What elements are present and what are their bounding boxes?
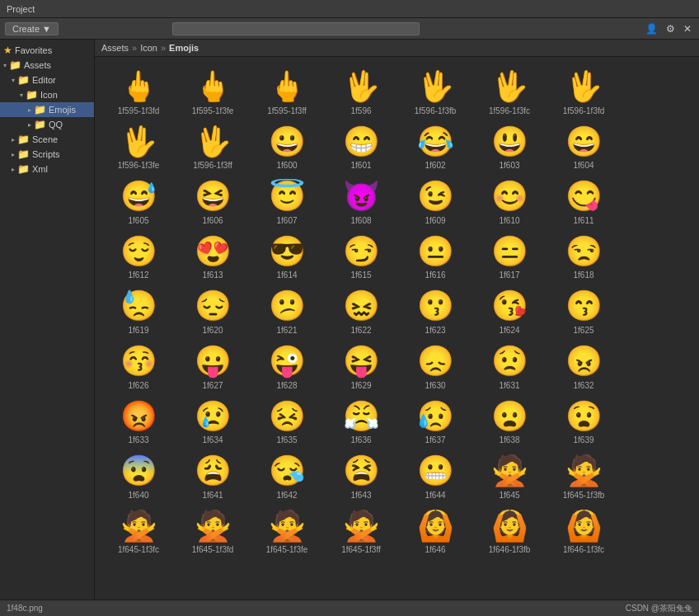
- emoji-item[interactable]: 😍1f613: [176, 228, 250, 284]
- emoji-item[interactable]: 😅1f605: [101, 173, 176, 228]
- emoji-item[interactable]: 😎1f614: [250, 228, 324, 284]
- sidebar-item-scene[interactable]: ▸📁Scene: [0, 132, 94, 147]
- sidebar-tree: ▾📁Assets▾📁Editor▾📁Icon▸📁Emojis▸📁QQ▸📁Scen…: [0, 58, 94, 176]
- emoji-item[interactable]: 😦1f638: [472, 393, 547, 449]
- sidebar-item-favorites[interactable]: ★ Favorites: [0, 43, 94, 58]
- sidebar-item-icon[interactable]: ▾📁Icon: [0, 87, 94, 102]
- emoji-item[interactable]: 😖1f622: [324, 283, 398, 338]
- emoji-char: 😄: [565, 125, 603, 158]
- toolbar-icons: 👤 ⚙ ✕: [643, 22, 694, 35]
- breadcrumb-part-0[interactable]: Assets: [101, 43, 129, 53]
- close-icon[interactable]: ✕: [681, 22, 694, 35]
- emoji-item[interactable]: 😐1f616: [398, 228, 472, 284]
- sidebar-label: Scripts: [32, 149, 60, 159]
- emoji-char: 🖕: [195, 70, 232, 103]
- emoji-item[interactable]: 😊1f610: [472, 173, 547, 228]
- emoji-item[interactable]: 😔1f620: [176, 283, 250, 338]
- emoji-item[interactable]: 🙅1f645-1f3ff: [324, 503, 398, 558]
- emoji-item[interactable]: 🖕1f595-1f3fd: [101, 63, 176, 119]
- emoji-item[interactable]: 😚1f626: [101, 338, 176, 393]
- emoji-item[interactable]: 😬1f644: [398, 448, 472, 503]
- emoji-item[interactable]: 🖕1f595-1f3ff: [250, 63, 324, 119]
- emoji-label: 1f621: [276, 326, 297, 335]
- emoji-item[interactable]: 🙅1f645-1f3fe: [250, 503, 324, 558]
- emoji-char: 😒: [565, 235, 603, 268]
- emoji-item[interactable]: 😞1f630: [398, 338, 472, 393]
- emoji-item[interactable]: 🖕1f595-1f3fe: [176, 63, 250, 119]
- emoji-char: 😓: [120, 289, 157, 322]
- emoji-char: 😋: [565, 180, 603, 213]
- emoji-item[interactable]: 🙅1f645-1f3fd: [176, 503, 250, 558]
- emoji-item[interactable]: 🖖1f596-1f3ff: [176, 119, 250, 174]
- emoji-item[interactable]: 😋1f611: [547, 173, 621, 228]
- emoji-item[interactable]: 😜1f628: [250, 338, 324, 393]
- emoji-item[interactable]: 😈1f608: [324, 173, 398, 228]
- emoji-item[interactable]: 😄1f604: [547, 119, 621, 174]
- emoji-item[interactable]: 🖖1f596-1f3fe: [101, 119, 176, 174]
- emoji-item[interactable]: 😢1f634: [176, 393, 250, 449]
- emoji-char: 😦: [491, 400, 528, 433]
- arrow-icon: ▾: [20, 92, 23, 99]
- emoji-item[interactable]: 🙅1f645-1f3fc: [101, 503, 176, 558]
- emoji-label: 1f606: [202, 216, 223, 225]
- emoji-item[interactable]: 😛1f627: [176, 338, 250, 393]
- sidebar-item-scripts[interactable]: ▸📁Scripts: [0, 147, 94, 162]
- settings-icon[interactable]: ⚙: [664, 22, 678, 35]
- emoji-item[interactable]: 🖖1f596: [324, 63, 398, 119]
- account-icon[interactable]: 👤: [643, 22, 660, 35]
- emoji-item[interactable]: 😧1f639: [547, 393, 621, 449]
- emoji-item[interactable]: 😟1f631: [472, 338, 547, 393]
- emoji-item[interactable]: 😉1f609: [398, 173, 472, 228]
- emoji-item[interactable]: 😂1f602: [398, 119, 472, 174]
- emoji-item[interactable]: 😆1f606: [176, 173, 250, 228]
- emoji-item[interactable]: 🙆1f646: [398, 503, 472, 558]
- emoji-item[interactable]: 😒1f618: [547, 228, 621, 284]
- emoji-item[interactable]: 😥1f637: [398, 393, 472, 449]
- search-input[interactable]: [172, 22, 420, 35]
- sidebar-item-xml[interactable]: ▸📁Xml: [0, 162, 94, 176]
- sidebar-item-editor[interactable]: ▾📁Editor: [0, 73, 94, 87]
- sidebar-item-qq[interactable]: ▸📁QQ: [0, 117, 94, 132]
- emoji-item[interactable]: 🙆1f646-1f3fb: [472, 503, 547, 558]
- emoji-char: 😪: [269, 454, 306, 487]
- emoji-item[interactable]: 😪1f642: [250, 448, 324, 503]
- emoji-char: 😊: [491, 180, 528, 213]
- emoji-char: 🖖: [565, 70, 603, 103]
- emoji-item[interactable]: 😑1f617: [472, 228, 547, 284]
- emoji-item[interactable]: 😫1f643: [324, 448, 398, 503]
- emoji-item[interactable]: 😡1f633: [101, 393, 176, 449]
- emoji-item[interactable]: 😃1f603: [472, 119, 547, 174]
- emoji-item[interactable]: 🙅1f645: [472, 448, 547, 503]
- emoji-item[interactable]: 😇1f607: [250, 173, 324, 228]
- emoji-item[interactable]: 😣1f635: [250, 393, 324, 449]
- emoji-item[interactable]: 😌1f612: [101, 228, 176, 284]
- create-button[interactable]: Create ▼: [5, 22, 59, 35]
- emoji-char: 😆: [195, 180, 232, 213]
- emoji-char: 🖖: [195, 125, 232, 158]
- breadcrumb-part-1[interactable]: Icon: [140, 43, 157, 53]
- sidebar-label: Scene: [32, 134, 58, 144]
- sidebar-item-emojis[interactable]: ▸📁Emojis: [0, 102, 94, 117]
- emoji-item[interactable]: 😏1f615: [324, 228, 398, 284]
- emoji-item[interactable]: 😗1f623: [398, 283, 472, 338]
- emoji-item[interactable]: 😩1f641: [176, 448, 250, 503]
- emoji-item[interactable]: 😨1f640: [101, 448, 176, 503]
- emoji-item[interactable]: 😝1f629: [324, 338, 398, 393]
- emoji-item[interactable]: 😙1f625: [547, 283, 621, 338]
- emoji-item[interactable]: 😘1f624: [472, 283, 547, 338]
- emoji-label: 1f595-1f3fe: [192, 106, 234, 115]
- emoji-char: 😝: [343, 345, 380, 378]
- emoji-item[interactable]: 😁1f601: [324, 119, 398, 174]
- emoji-item[interactable]: 😠1f632: [547, 338, 621, 393]
- emoji-item[interactable]: 🖖1f596-1f3fd: [547, 63, 621, 119]
- emoji-item[interactable]: 😕1f621: [250, 283, 324, 338]
- emoji-item[interactable]: 🖖1f596-1f3fc: [472, 63, 547, 119]
- sidebar-item-assets[interactable]: ▾📁Assets: [0, 58, 94, 73]
- emoji-item[interactable]: 🙆1f646-1f3fc: [547, 503, 621, 558]
- emoji-item[interactable]: 😓1f619: [101, 283, 176, 338]
- emoji-char: 😐: [417, 235, 454, 268]
- emoji-item[interactable]: 😀1f600: [250, 119, 324, 174]
- emoji-item[interactable]: 🙅1f645-1f3fb: [547, 448, 621, 503]
- emoji-item[interactable]: 😤1f636: [324, 393, 398, 449]
- emoji-item[interactable]: 🖖1f596-1f3fb: [398, 63, 472, 119]
